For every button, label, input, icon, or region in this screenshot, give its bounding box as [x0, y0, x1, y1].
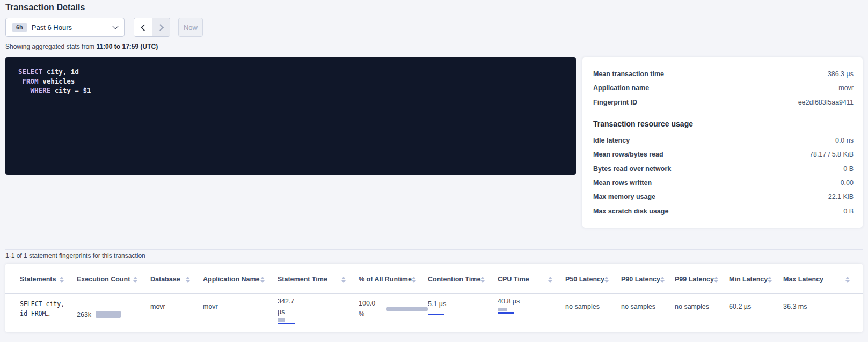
time-range-picker[interactable]: 6h Past 6 Hours: [5, 18, 125, 37]
aggregation-range: 11:00 to 17:59 (UTC): [96, 43, 158, 50]
time-step-group: [134, 18, 170, 37]
sql-statement-box: SELECT city, id FROM vehicles WHERE city…: [5, 57, 576, 175]
chevron-down-icon: [112, 23, 118, 29]
summary-value: 0.0 ns: [835, 137, 854, 144]
column-header-statement-time[interactable]: Statement Time: [278, 276, 359, 286]
column-header-pct-runtime[interactable]: % of All Runtime: [359, 276, 428, 286]
statement-time-bar-chart: [278, 318, 359, 324]
application-name-cell: movr: [203, 294, 278, 328]
execution-count-cell: 263k: [77, 294, 150, 328]
table-header-row: Statements Execution Count Database Appl…: [5, 264, 863, 294]
now-button[interactable]: Now: [178, 18, 203, 37]
summary-label: Mean rows written: [593, 179, 652, 187]
min-latency-cell: 60.2 µs: [729, 294, 783, 328]
summary-row: Mean rows/bytes read 78.17 / 5.8 KiB: [593, 147, 854, 161]
statements-count-caption: 1-1 of 1 statement fingerprints for this…: [5, 252, 145, 259]
sort-icon[interactable]: [604, 277, 609, 283]
chevron-left-icon: [141, 24, 148, 31]
statement-link[interactable]: SELECT city, id FROM…: [20, 294, 77, 328]
cpu-time-bar-chart: [498, 308, 565, 314]
previous-interval-button[interactable]: [134, 18, 152, 36]
contention-time-chart: [428, 310, 444, 315]
sort-icon[interactable]: [548, 277, 552, 283]
summary-label: Max memory usage: [593, 193, 655, 200]
contention-time-cell: 5.1 µs: [428, 294, 498, 328]
statements-table: Statements Execution Count Database Appl…: [5, 264, 863, 332]
sort-icon[interactable]: [60, 277, 64, 283]
sort-icon[interactable]: [480, 277, 485, 283]
sql-keyword: SELECT: [18, 68, 42, 76]
summary-row: Fingerprint ID ee2df683f5aa9411: [593, 95, 854, 109]
summary-label: Fingerprint ID: [593, 99, 637, 106]
time-controls: 6h Past 6 Hours Now: [5, 18, 203, 37]
summary-label: Mean transaction time: [593, 70, 664, 78]
p50-latency-cell: no samples: [565, 294, 621, 328]
summary-value: 0.00: [841, 179, 854, 187]
column-header-contention-time[interactable]: Contention Time: [428, 276, 498, 286]
sql-keyword: FROM: [23, 77, 39, 85]
resource-usage-title: Transaction resource usage: [593, 120, 854, 128]
sort-icon[interactable]: [260, 277, 265, 283]
summary-value: 78.17 / 5.8 KiB: [809, 151, 854, 158]
sort-icon[interactable]: [845, 277, 850, 283]
summary-value: 22.1 KiB: [828, 193, 854, 200]
aggregation-note: Showing aggregated stats from 11:00 to 1…: [5, 43, 158, 50]
sql-keyword: WHERE: [31, 86, 51, 94]
time-range-label: Past 6 Hours: [32, 24, 113, 32]
summary-value: movr: [838, 84, 854, 92]
summary-label: Mean rows/bytes read: [593, 151, 663, 158]
chevron-right-icon: [157, 24, 164, 31]
pct-runtime-cell: 100.0 %: [359, 294, 428, 328]
time-range-badge: 6h: [12, 23, 27, 32]
transaction-summary-card: Mean transaction time 386.3 µs Applicati…: [582, 57, 863, 228]
column-header-cpu-time[interactable]: CPU Time: [498, 276, 565, 286]
sort-icon[interactable]: [714, 277, 718, 283]
summary-row: Max memory usage 22.1 KiB: [593, 190, 854, 204]
summary-label: Bytes read over network: [593, 165, 671, 173]
p99-latency-cell: no samples: [675, 294, 729, 328]
statement-time-cell: 342.7 µs: [278, 294, 359, 328]
p90-latency-cell: no samples: [621, 294, 675, 328]
column-header-execution-count[interactable]: Execution Count: [77, 276, 150, 286]
column-header-max-latency[interactable]: Max Latency: [783, 276, 863, 286]
summary-row: Application name movr: [593, 81, 854, 95]
summary-label: Application name: [593, 84, 649, 92]
column-header-p99-latency[interactable]: P99 Latency: [675, 276, 729, 286]
next-interval-button[interactable]: [152, 18, 170, 36]
summary-value: ee2df683f5aa9411: [798, 99, 854, 106]
sort-icon[interactable]: [660, 277, 665, 283]
summary-row: Bytes read over network 0 B: [593, 161, 854, 175]
sort-icon[interactable]: [133, 277, 137, 283]
summary-divider: [593, 114, 854, 114]
execution-count-bar: [96, 311, 121, 318]
cpu-time-cell: 40.8 µs: [498, 294, 565, 328]
column-header-statements[interactable]: Statements: [20, 276, 77, 286]
summary-value: 386.3 µs: [828, 70, 854, 78]
section-divider: [5, 249, 863, 250]
sort-icon[interactable]: [412, 277, 416, 283]
summary-row: Idle latency 0.0 ns: [593, 133, 854, 147]
summary-label: Idle latency: [593, 137, 630, 144]
summary-label: Max scratch disk usage: [593, 207, 668, 215]
sort-icon[interactable]: [341, 277, 346, 283]
max-latency-cell: 36.3 ms: [783, 294, 863, 328]
summary-value: 0 B: [843, 165, 854, 173]
table-row: SELECT city, id FROM… 263k movr movr 342…: [5, 294, 863, 328]
pct-runtime-bar: [386, 307, 428, 311]
sort-icon[interactable]: [768, 277, 772, 283]
column-header-min-latency[interactable]: Min Latency: [729, 276, 783, 286]
column-header-p90-latency[interactable]: P90 Latency: [621, 276, 675, 286]
summary-row: Mean rows written 0.00: [593, 176, 854, 190]
column-header-database[interactable]: Database: [150, 276, 203, 286]
summary-row: Max scratch disk usage 0 B: [593, 204, 854, 218]
summary-value: 0 B: [843, 207, 854, 215]
sort-icon[interactable]: [186, 277, 190, 283]
database-cell: movr: [150, 294, 203, 328]
summary-row: Mean transaction time 386.3 µs: [593, 67, 854, 81]
page-title: Transaction Details: [5, 3, 85, 12]
column-header-p50-latency[interactable]: P50 Latency: [565, 276, 621, 286]
column-header-application-name[interactable]: Application Name: [203, 276, 278, 286]
